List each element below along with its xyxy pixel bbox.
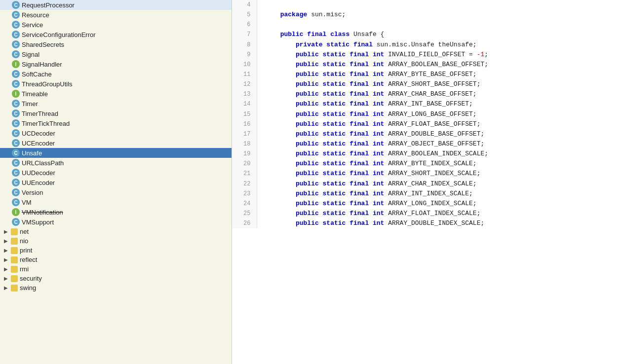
tree-item-UCEncoder[interactable]: C UCEncoder	[0, 138, 232, 148]
tree-item-ServiceConfigurationError[interactable]: C ServiceConfigurationError	[0, 30, 232, 39]
tree-item-UUDecoder[interactable]: C UUDecoder	[0, 168, 232, 178]
code-line-7: 7 public final class Unsafe {	[232, 30, 619, 39]
line-content: public static final int ARRAY_DOUBLE_IND…	[257, 218, 619, 228]
line-content: private static final sun.misc.Unsafe the…	[257, 40, 619, 50]
class-icon: C	[12, 188, 20, 196]
code-line-16: 16 public static final int ARRAY_FLOAT_B…	[232, 119, 619, 129]
code-line-23: 23 public static final int ARRAY_INT_IND…	[232, 189, 619, 199]
code-line-15: 15 public static final int ARRAY_LONG_BA…	[232, 109, 619, 119]
item-label: SharedSecrets	[22, 41, 64, 48]
code-line-5: 5 package sun.misc;	[232, 10, 619, 20]
tree-item-RequestProcessor[interactable]: C RequestProcessor	[0, 0, 232, 10]
folder-nio[interactable]: ▶ nio	[0, 236, 232, 246]
folder-reflect[interactable]: ▶ reflect	[0, 255, 232, 264]
tree-item-SharedSecrets[interactable]: C SharedSecrets	[0, 39, 232, 49]
tree-item-Version[interactable]: C Version	[0, 187, 232, 197]
folder-print[interactable]: ▶ print	[0, 246, 232, 255]
line-content: public static final int ARRAY_LONG_BASE_…	[257, 109, 619, 119]
item-label: TimerThread	[22, 110, 58, 117]
code-line-9: 9 public static final int INVALID_FIELD_…	[232, 50, 619, 60]
code-table: 4 5 package sun.misc; 6 7 public final c…	[232, 0, 619, 228]
tree-item-UUEncoder[interactable]: C UUEncoder	[0, 178, 232, 187]
tree-item-VMSupport[interactable]: C VMSupport	[0, 217, 232, 227]
tree-item-UCDecoder[interactable]: C UCDecoder	[0, 128, 232, 138]
item-label: ServiceConfigurationError	[22, 31, 96, 38]
tree-item-Signal[interactable]: C Signal	[0, 49, 232, 59]
folder-label: rmi	[20, 265, 29, 273]
line-number: 16	[232, 119, 257, 129]
class-icon: C	[12, 50, 20, 58]
line-content: public static final int ARRAY_CHAR_INDEX…	[257, 179, 619, 189]
class-icon: C	[12, 169, 20, 177]
item-label: Timeable	[22, 90, 48, 98]
folder-net[interactable]: ▶ net	[0, 227, 232, 236]
code-line-20: 20 public static final int ARRAY_BYTE_IN…	[232, 159, 619, 169]
code-line-10: 10 public static final int ARRAY_BOOLEAN…	[232, 60, 619, 70]
line-content: public static final int ARRAY_DOUBLE_BAS…	[257, 129, 619, 139]
item-label: VMSupport	[22, 218, 54, 226]
item-label: VM	[22, 199, 32, 206]
folder-label: nio	[20, 237, 28, 245]
item-label: Service	[22, 21, 43, 29]
item-label: UUEncoder	[22, 179, 55, 186]
tree-item-TimerTickThread[interactable]: C TimerTickThread	[0, 118, 232, 128]
folder-security[interactable]: ▶ security	[0, 274, 232, 283]
class-icon: C	[12, 109, 20, 117]
tree-item-SoftCache[interactable]: C SoftCache	[0, 69, 232, 79]
code-line-24: 24 public static final int ARRAY_LONG_IN…	[232, 199, 619, 209]
chevron-right-icon: ▶	[4, 248, 9, 253]
item-label: Unsafe	[22, 149, 42, 157]
tree-item-TimerThread[interactable]: C TimerThread	[0, 109, 232, 118]
item-label: UUDecoder	[22, 169, 55, 177]
tree-item-Unsafe[interactable]: C Unsafe	[0, 148, 232, 158]
item-label: RequestProcessor	[22, 1, 75, 9]
folder-icon	[11, 247, 18, 254]
class-icon: C	[12, 149, 20, 157]
code-line-4: 4	[232, 0, 619, 10]
class-icon: C	[12, 119, 20, 127]
line-number: 18	[232, 139, 257, 149]
class-icon: C	[12, 1, 20, 9]
chevron-right-icon: ▶	[4, 229, 9, 234]
code-line-17: 17 public static final int ARRAY_DOUBLE_…	[232, 129, 619, 139]
line-number: 4	[232, 0, 257, 10]
tree-item-ThreadGroupUtils[interactable]: C ThreadGroupUtils	[0, 79, 232, 89]
folder-rmi[interactable]: ▶ rmi	[0, 264, 232, 274]
line-number: 15	[232, 109, 257, 119]
line-number: 26	[232, 218, 257, 228]
tree-item-URLClassPath[interactable]: C URLClassPath	[0, 158, 232, 168]
line-content: public static final int ARRAY_OBJECT_BAS…	[257, 139, 619, 149]
folder-icon	[11, 275, 18, 282]
line-number: 5	[232, 10, 257, 20]
line-number: 9	[232, 50, 257, 60]
tree-item-Timeable[interactable]: I Timeable	[0, 89, 232, 99]
folder-swing[interactable]: ▶ swing	[0, 283, 232, 292]
tree-item-VM[interactable]: C VM	[0, 197, 232, 207]
line-number: 21	[232, 169, 257, 179]
tree-item-SignalHandler[interactable]: I SignalHandler	[0, 59, 232, 69]
code-line-8: 8 private static final sun.misc.Unsafe t…	[232, 40, 619, 50]
tree-item-Timer[interactable]: C Timer	[0, 99, 232, 109]
class-icon: C	[12, 129, 20, 137]
chevron-right-icon: ▶	[4, 238, 9, 244]
item-label: URLClassPath	[22, 159, 64, 167]
chevron-right-icon: ▶	[4, 266, 9, 272]
line-number: 17	[232, 129, 257, 139]
code-line-14: 14 public static final int ARRAY_INT_BAS…	[232, 99, 619, 109]
folder-icon	[11, 285, 18, 291]
tree-item-VMNotification[interactable]: I VMNotification	[0, 207, 232, 217]
class-icon: C	[12, 80, 20, 88]
line-number: 20	[232, 159, 257, 169]
line-content: public static final int ARRAY_CHAR_BASE_…	[257, 89, 619, 99]
tree-item-Service[interactable]: C Service	[0, 20, 232, 30]
folder-label: swing	[20, 284, 36, 291]
line-content: public static final int ARRAY_FLOAT_INDE…	[257, 209, 619, 218]
class-icon: C	[12, 179, 20, 186]
code-line-26: 26 public static final int ARRAY_DOUBLE_…	[232, 218, 619, 228]
file-tree[interactable]: C RequestProcessor C Resource C Service …	[0, 0, 232, 364]
line-number: 10	[232, 60, 257, 70]
line-content: public static final int INVALID_FIELD_OF…	[257, 50, 619, 60]
tree-item-Resource[interactable]: C Resource	[0, 10, 232, 20]
folder-label: reflect	[20, 256, 37, 263]
chevron-right-icon: ▶	[4, 257, 9, 262]
